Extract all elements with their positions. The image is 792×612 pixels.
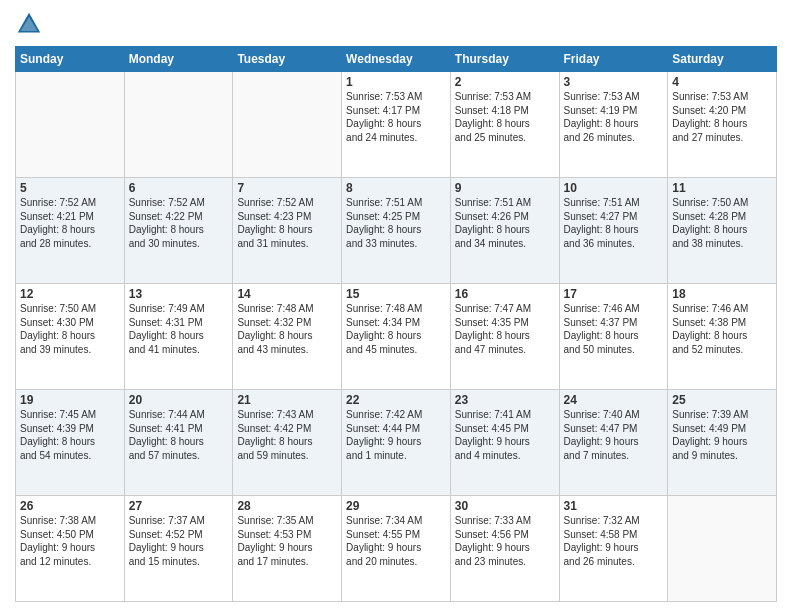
- day-info-text: Sunrise: 7:51 AMSunset: 4:25 PMDaylight:…: [346, 196, 446, 250]
- day-info-text: Sunrise: 7:46 AMSunset: 4:37 PMDaylight:…: [564, 302, 664, 356]
- calendar-day-13: 13Sunrise: 7:49 AMSunset: 4:31 PMDayligh…: [124, 284, 233, 390]
- calendar-day-4: 4Sunrise: 7:53 AMSunset: 4:20 PMDaylight…: [668, 72, 777, 178]
- day-number: 26: [20, 499, 120, 513]
- day-number: 1: [346, 75, 446, 89]
- calendar-week-row: 5Sunrise: 7:52 AMSunset: 4:21 PMDaylight…: [16, 178, 777, 284]
- logo: [15, 10, 45, 38]
- day-info-text: Sunrise: 7:53 AMSunset: 4:19 PMDaylight:…: [564, 90, 664, 144]
- logo-icon: [15, 10, 43, 38]
- empty-cell: [16, 72, 125, 178]
- day-info-text: Sunrise: 7:32 AMSunset: 4:58 PMDaylight:…: [564, 514, 664, 568]
- day-info-text: Sunrise: 7:52 AMSunset: 4:22 PMDaylight:…: [129, 196, 229, 250]
- day-number: 14: [237, 287, 337, 301]
- calendar-week-row: 19Sunrise: 7:45 AMSunset: 4:39 PMDayligh…: [16, 390, 777, 496]
- weekday-header-saturday: Saturday: [668, 47, 777, 72]
- calendar-week-row: 1Sunrise: 7:53 AMSunset: 4:17 PMDaylight…: [16, 72, 777, 178]
- calendar-day-15: 15Sunrise: 7:48 AMSunset: 4:34 PMDayligh…: [342, 284, 451, 390]
- day-info-text: Sunrise: 7:34 AMSunset: 4:55 PMDaylight:…: [346, 514, 446, 568]
- weekday-header-monday: Monday: [124, 47, 233, 72]
- day-number: 10: [564, 181, 664, 195]
- calendar-day-12: 12Sunrise: 7:50 AMSunset: 4:30 PMDayligh…: [16, 284, 125, 390]
- day-number: 12: [20, 287, 120, 301]
- day-info-text: Sunrise: 7:52 AMSunset: 4:21 PMDaylight:…: [20, 196, 120, 250]
- day-info-text: Sunrise: 7:39 AMSunset: 4:49 PMDaylight:…: [672, 408, 772, 462]
- day-info-text: Sunrise: 7:52 AMSunset: 4:23 PMDaylight:…: [237, 196, 337, 250]
- calendar-day-24: 24Sunrise: 7:40 AMSunset: 4:47 PMDayligh…: [559, 390, 668, 496]
- day-info-text: Sunrise: 7:53 AMSunset: 4:17 PMDaylight:…: [346, 90, 446, 144]
- calendar-day-8: 8Sunrise: 7:51 AMSunset: 4:25 PMDaylight…: [342, 178, 451, 284]
- day-info-text: Sunrise: 7:48 AMSunset: 4:32 PMDaylight:…: [237, 302, 337, 356]
- day-info-text: Sunrise: 7:41 AMSunset: 4:45 PMDaylight:…: [455, 408, 555, 462]
- day-info-text: Sunrise: 7:33 AMSunset: 4:56 PMDaylight:…: [455, 514, 555, 568]
- weekday-header-wednesday: Wednesday: [342, 47, 451, 72]
- day-info-text: Sunrise: 7:43 AMSunset: 4:42 PMDaylight:…: [237, 408, 337, 462]
- day-number: 23: [455, 393, 555, 407]
- calendar-day-14: 14Sunrise: 7:48 AMSunset: 4:32 PMDayligh…: [233, 284, 342, 390]
- day-info-text: Sunrise: 7:53 AMSunset: 4:18 PMDaylight:…: [455, 90, 555, 144]
- day-info-text: Sunrise: 7:45 AMSunset: 4:39 PMDaylight:…: [20, 408, 120, 462]
- calendar-week-row: 26Sunrise: 7:38 AMSunset: 4:50 PMDayligh…: [16, 496, 777, 602]
- calendar-day-7: 7Sunrise: 7:52 AMSunset: 4:23 PMDaylight…: [233, 178, 342, 284]
- day-info-text: Sunrise: 7:50 AMSunset: 4:28 PMDaylight:…: [672, 196, 772, 250]
- day-number: 11: [672, 181, 772, 195]
- day-number: 29: [346, 499, 446, 513]
- day-info-text: Sunrise: 7:37 AMSunset: 4:52 PMDaylight:…: [129, 514, 229, 568]
- day-number: 21: [237, 393, 337, 407]
- day-info-text: Sunrise: 7:38 AMSunset: 4:50 PMDaylight:…: [20, 514, 120, 568]
- day-info-text: Sunrise: 7:42 AMSunset: 4:44 PMDaylight:…: [346, 408, 446, 462]
- empty-cell: [124, 72, 233, 178]
- day-info-text: Sunrise: 7:35 AMSunset: 4:53 PMDaylight:…: [237, 514, 337, 568]
- day-info-text: Sunrise: 7:50 AMSunset: 4:30 PMDaylight:…: [20, 302, 120, 356]
- day-number: 22: [346, 393, 446, 407]
- day-info-text: Sunrise: 7:51 AMSunset: 4:26 PMDaylight:…: [455, 196, 555, 250]
- day-number: 15: [346, 287, 446, 301]
- day-number: 2: [455, 75, 555, 89]
- day-info-text: Sunrise: 7:53 AMSunset: 4:20 PMDaylight:…: [672, 90, 772, 144]
- calendar-day-17: 17Sunrise: 7:46 AMSunset: 4:37 PMDayligh…: [559, 284, 668, 390]
- day-info-text: Sunrise: 7:47 AMSunset: 4:35 PMDaylight:…: [455, 302, 555, 356]
- calendar-day-31: 31Sunrise: 7:32 AMSunset: 4:58 PMDayligh…: [559, 496, 668, 602]
- day-info-text: Sunrise: 7:40 AMSunset: 4:47 PMDaylight:…: [564, 408, 664, 462]
- empty-cell: [233, 72, 342, 178]
- calendar-day-25: 25Sunrise: 7:39 AMSunset: 4:49 PMDayligh…: [668, 390, 777, 496]
- day-number: 5: [20, 181, 120, 195]
- calendar-day-22: 22Sunrise: 7:42 AMSunset: 4:44 PMDayligh…: [342, 390, 451, 496]
- weekday-header-sunday: Sunday: [16, 47, 125, 72]
- day-info-text: Sunrise: 7:48 AMSunset: 4:34 PMDaylight:…: [346, 302, 446, 356]
- calendar-day-30: 30Sunrise: 7:33 AMSunset: 4:56 PMDayligh…: [450, 496, 559, 602]
- day-number: 7: [237, 181, 337, 195]
- calendar-day-1: 1Sunrise: 7:53 AMSunset: 4:17 PMDaylight…: [342, 72, 451, 178]
- day-number: 13: [129, 287, 229, 301]
- calendar-day-11: 11Sunrise: 7:50 AMSunset: 4:28 PMDayligh…: [668, 178, 777, 284]
- calendar-header-row: SundayMondayTuesdayWednesdayThursdayFrid…: [16, 47, 777, 72]
- calendar-day-3: 3Sunrise: 7:53 AMSunset: 4:19 PMDaylight…: [559, 72, 668, 178]
- calendar-day-16: 16Sunrise: 7:47 AMSunset: 4:35 PMDayligh…: [450, 284, 559, 390]
- day-number: 30: [455, 499, 555, 513]
- day-number: 25: [672, 393, 772, 407]
- header: [15, 10, 777, 38]
- day-number: 24: [564, 393, 664, 407]
- day-number: 4: [672, 75, 772, 89]
- day-number: 28: [237, 499, 337, 513]
- calendar-day-6: 6Sunrise: 7:52 AMSunset: 4:22 PMDaylight…: [124, 178, 233, 284]
- day-number: 6: [129, 181, 229, 195]
- empty-cell: [668, 496, 777, 602]
- calendar-day-23: 23Sunrise: 7:41 AMSunset: 4:45 PMDayligh…: [450, 390, 559, 496]
- day-number: 18: [672, 287, 772, 301]
- day-info-text: Sunrise: 7:49 AMSunset: 4:31 PMDaylight:…: [129, 302, 229, 356]
- calendar-day-21: 21Sunrise: 7:43 AMSunset: 4:42 PMDayligh…: [233, 390, 342, 496]
- day-number: 31: [564, 499, 664, 513]
- calendar-day-29: 29Sunrise: 7:34 AMSunset: 4:55 PMDayligh…: [342, 496, 451, 602]
- day-number: 3: [564, 75, 664, 89]
- page: SundayMondayTuesdayWednesdayThursdayFrid…: [0, 0, 792, 612]
- day-info-text: Sunrise: 7:46 AMSunset: 4:38 PMDaylight:…: [672, 302, 772, 356]
- weekday-header-thursday: Thursday: [450, 47, 559, 72]
- calendar-day-9: 9Sunrise: 7:51 AMSunset: 4:26 PMDaylight…: [450, 178, 559, 284]
- calendar-table: SundayMondayTuesdayWednesdayThursdayFrid…: [15, 46, 777, 602]
- calendar-day-20: 20Sunrise: 7:44 AMSunset: 4:41 PMDayligh…: [124, 390, 233, 496]
- day-number: 27: [129, 499, 229, 513]
- day-number: 20: [129, 393, 229, 407]
- day-number: 17: [564, 287, 664, 301]
- day-number: 9: [455, 181, 555, 195]
- calendar-day-18: 18Sunrise: 7:46 AMSunset: 4:38 PMDayligh…: [668, 284, 777, 390]
